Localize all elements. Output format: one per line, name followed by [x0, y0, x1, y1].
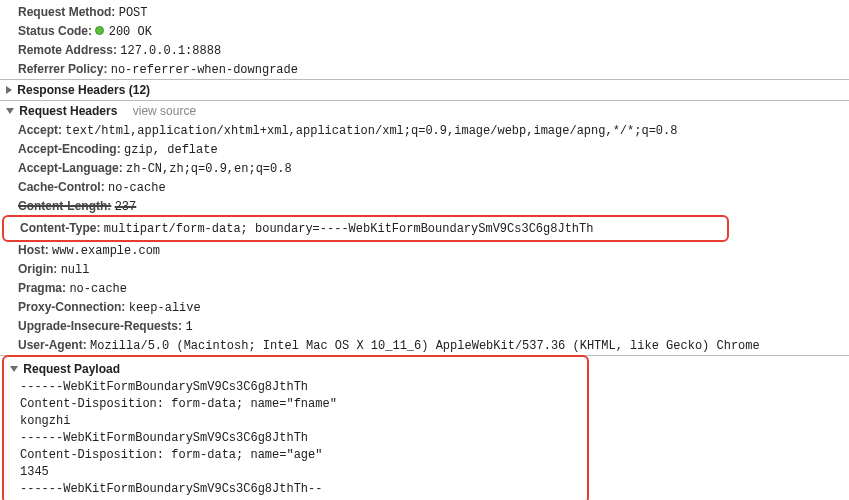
header-accept-language: Accept-Language: zh-CN,zh;q=0.9,en;q=0.8 — [0, 159, 849, 178]
value: 200 OK — [109, 25, 152, 39]
header-pragma: Pragma: no-cache — [0, 279, 849, 298]
payload-line: ------WebKitFormBoundarySmV9Cs3C6g8JthTh… — [6, 481, 585, 498]
label: Status Code: — [18, 24, 92, 38]
label: Cache-Control: — [18, 180, 105, 194]
value: Mozilla/5.0 (Macintosh; Intel Mac OS X 1… — [90, 339, 760, 353]
disclosure-triangle-icon — [6, 108, 14, 114]
value: keep-alive — [129, 301, 201, 315]
header-host: Host: www.example.com — [0, 241, 849, 260]
response-headers-toggle[interactable]: Response Headers (12) — [0, 80, 849, 100]
highlight-content-type: Content-Type: multipart/form-data; bound… — [2, 215, 729, 242]
section-title: Response Headers (12) — [17, 83, 150, 97]
value: 237 — [115, 200, 137, 214]
value: no-cache — [108, 181, 166, 195]
header-proxy-connection: Proxy-Connection: keep-alive — [0, 298, 849, 317]
value: POST — [119, 6, 148, 20]
request-headers-toggle[interactable]: Request Headers view source — [0, 101, 849, 121]
value: gzip, deflate — [124, 143, 218, 157]
value: no-cache — [69, 282, 127, 296]
value: 1 — [185, 320, 192, 334]
general-remote-address: Remote Address: 127.0.0.1:8888 — [0, 41, 849, 60]
label: Accept-Encoding: — [18, 142, 121, 156]
payload-line: 1345 — [6, 464, 585, 481]
general-referrer-policy: Referrer Policy: no-referrer-when-downgr… — [0, 60, 849, 79]
payload-line: ------WebKitFormBoundarySmV9Cs3C6g8JthTh — [6, 379, 585, 396]
highlight-request-payload: Request Payload ------WebKitFormBoundary… — [2, 355, 589, 500]
value: 127.0.0.1:8888 — [120, 44, 221, 58]
label: Content-Length: — [18, 199, 111, 213]
label: Pragma: — [18, 281, 66, 295]
label: Request Method: — [18, 5, 115, 19]
header-accept-encoding: Accept-Encoding: gzip, deflate — [0, 140, 849, 159]
label: Origin: — [18, 262, 57, 276]
header-user-agent: User-Agent: Mozilla/5.0 (Macintosh; Inte… — [0, 336, 849, 355]
value: no-referrer-when-downgrade — [111, 63, 298, 77]
payload-line: kongzhi — [6, 413, 585, 430]
payload-line: Content-Disposition: form-data; name="fn… — [6, 396, 585, 413]
value: www.example.com — [52, 244, 160, 258]
label: Remote Address: — [18, 43, 117, 57]
label: Host: — [18, 243, 49, 257]
section-title: Request Headers — [19, 104, 117, 118]
header-accept: Accept: text/html,application/xhtml+xml,… — [0, 121, 849, 140]
request-payload-toggle[interactable]: Request Payload — [6, 359, 585, 379]
label: Accept: — [18, 123, 62, 137]
label: User-Agent: — [18, 338, 87, 352]
label: Accept-Language: — [18, 161, 123, 175]
view-source-link[interactable]: view source — [133, 104, 196, 118]
label: Proxy-Connection: — [18, 300, 125, 314]
header-cache-control: Cache-Control: no-cache — [0, 178, 849, 197]
payload-line: ------WebKitFormBoundarySmV9Cs3C6g8JthTh — [6, 430, 585, 447]
header-upgrade-insecure-requests: Upgrade-Insecure-Requests: 1 — [0, 317, 849, 336]
payload-line: Content-Disposition: form-data; name="ag… — [6, 447, 585, 464]
disclosure-triangle-icon — [10, 366, 18, 372]
value: multipart/form-data; boundary=----WebKit… — [104, 222, 594, 236]
header-content-type: Content-Type: multipart/form-data; bound… — [4, 219, 727, 238]
header-content-length: Content-Length: 237 — [0, 197, 849, 216]
label: Content-Type: — [20, 221, 100, 235]
status-dot-icon — [95, 26, 104, 35]
label: Upgrade-Insecure-Requests: — [18, 319, 182, 333]
value: null — [61, 263, 90, 277]
value: text/html,application/xhtml+xml,applicat… — [65, 124, 677, 138]
general-status-code: Status Code: 200 OK — [0, 22, 849, 41]
value: zh-CN,zh;q=0.9,en;q=0.8 — [126, 162, 292, 176]
disclosure-triangle-icon — [6, 86, 12, 94]
header-origin: Origin: null — [0, 260, 849, 279]
section-title: Request Payload — [23, 362, 120, 376]
label: Referrer Policy: — [18, 62, 107, 76]
general-request-method: Request Method: POST — [0, 3, 849, 22]
